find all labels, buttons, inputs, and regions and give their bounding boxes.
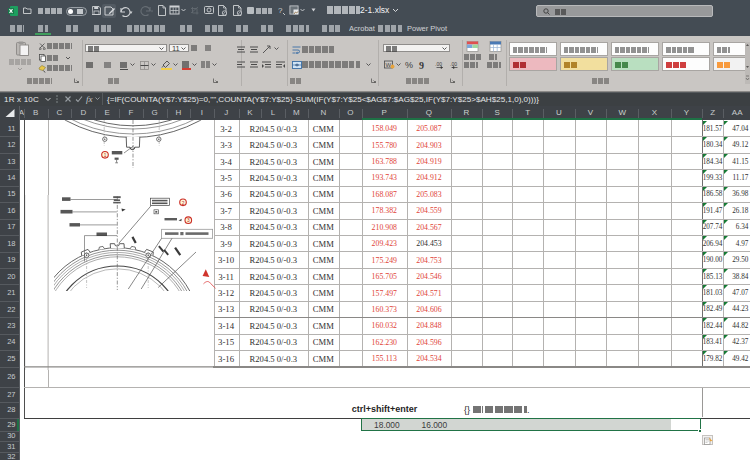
svg-text:1: 1 bbox=[104, 153, 107, 158]
svg-text:.00: .00 bbox=[435, 61, 442, 67]
svg-text:2: 2 bbox=[182, 201, 185, 206]
svg-text:.00: .00 bbox=[450, 61, 457, 67]
svg-text:?: ? bbox=[278, 6, 283, 15]
svg-text:3: 3 bbox=[187, 218, 190, 223]
